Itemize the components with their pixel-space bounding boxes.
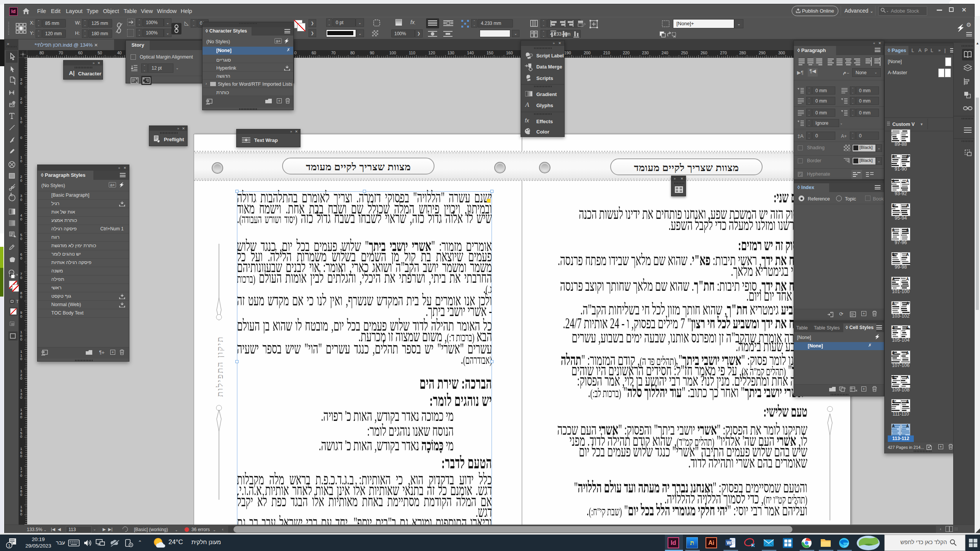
svg-text:T: T [16,299,19,304]
svg-text:A+: A+ [841,134,847,139]
svg-text:‡A: ‡A [797,133,804,139]
svg-text:1: 1 [8,543,10,548]
svg-text:W: W [727,540,732,546]
